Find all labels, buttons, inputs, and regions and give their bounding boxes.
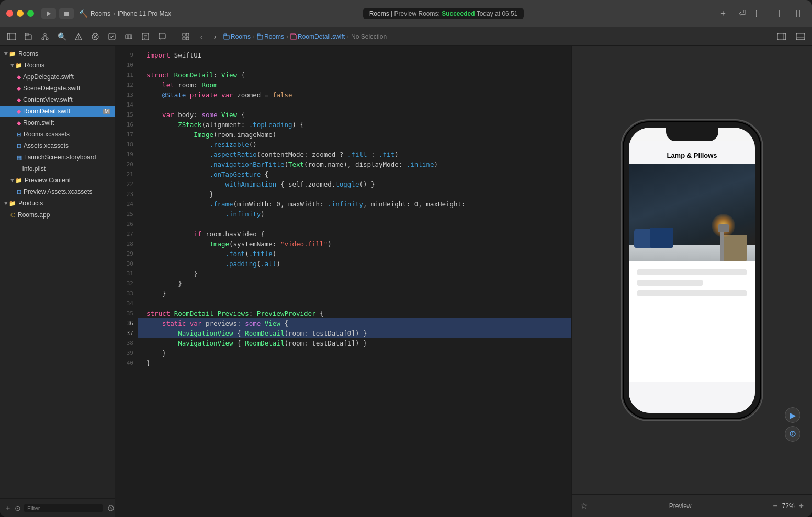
sidebar-item-launchscreen[interactable]: ▦ LaunchScreen.storyboard xyxy=(0,152,115,163)
back-nav-button[interactable]: ‹ xyxy=(195,30,208,43)
source-control[interactable] xyxy=(38,30,52,43)
tab-bar xyxy=(629,382,755,413)
project-badge: 🔨 Rooms › iPhone 11 Pro Max xyxy=(79,9,171,18)
ln-37: 37 xyxy=(115,328,138,338)
svg-point-56 xyxy=(792,432,793,433)
enter-button[interactable]: ⏎ xyxy=(735,6,749,21)
layout-single[interactable] xyxy=(753,6,768,21)
play-button[interactable]: ▶ xyxy=(785,407,800,423)
stop-button[interactable] xyxy=(59,8,74,19)
file-browser[interactable] xyxy=(21,30,36,43)
code-line-21: .onTapGesture { xyxy=(146,169,571,179)
warning-btn[interactable] xyxy=(71,30,86,43)
assets-icon: ⊞ xyxy=(17,189,21,196)
test-btn[interactable] xyxy=(105,30,119,43)
arrow-icon: ▶ xyxy=(10,64,15,67)
sidebar-item-appdelegate[interactable]: ◆ AppDelegate.swift xyxy=(0,71,115,83)
modified-badge: M xyxy=(103,109,110,114)
debug-btn[interactable] xyxy=(138,30,153,43)
sidebar-item-rooms-app[interactable]: ⬡ Rooms.app xyxy=(0,209,115,221)
sidebar-toggle[interactable] xyxy=(4,30,19,43)
ln-9: 9 xyxy=(115,50,138,60)
code-line-29: .font(.title) xyxy=(146,249,571,259)
sidebar-item-preview-assets[interactable]: ⊞ Preview Assets.xcassets xyxy=(0,186,115,198)
forward-nav-button[interactable]: › xyxy=(209,30,221,43)
sidebar-item-contentview[interactable]: ◆ ContentView.swift xyxy=(0,94,115,106)
layout-split[interactable] xyxy=(772,6,787,21)
bc-rooms-2[interactable]: Rooms xyxy=(257,33,284,40)
comment-btn[interactable] xyxy=(155,30,170,43)
bc-sep-3: › xyxy=(347,33,349,40)
sidebar-item-rooms-root[interactable]: ▶ 📁 Rooms xyxy=(0,48,115,60)
svg-rect-5 xyxy=(794,10,803,17)
pillow-2 xyxy=(650,228,673,248)
sidebar-item-roomdetail[interactable]: ◆ RoomDetail.swift M xyxy=(0,106,115,117)
sidebar-item-scenedelegate[interactable]: ◆ SceneDelegate.swift xyxy=(0,83,115,94)
lamp-head xyxy=(718,224,729,232)
sidebar-item-assets-xcassets[interactable]: ⊞ Assets.xcassets xyxy=(0,140,115,152)
grid-view-btn[interactable] xyxy=(178,30,193,43)
preview-area: Lamp & Pillows xyxy=(572,46,812,494)
run-button[interactable] xyxy=(41,8,56,19)
swift-file-icon: ◆ xyxy=(17,120,21,127)
iphone-mockup: Lamp & Pillows xyxy=(623,121,761,419)
ln-10: 10 xyxy=(115,60,138,70)
status-bar: Rooms | Preview Rooms: Succeeded Today a… xyxy=(171,8,716,19)
arrow-icon: ▶ xyxy=(4,202,9,205)
bc-roomdetail[interactable]: RoomDetail.swift xyxy=(290,33,345,40)
code-content[interactable]: 9 10 11 12 13 14 15 16 17 18 19 20 21 22… xyxy=(115,46,571,517)
bc-rooms-1[interactable]: Rooms xyxy=(223,33,251,40)
sidebar-item-label: Rooms.app xyxy=(18,211,50,219)
toolbar-right xyxy=(774,30,808,43)
zoom-button[interactable] xyxy=(27,10,34,17)
code-line-36: static var previews: some View { xyxy=(138,318,571,328)
code-line-35: struct RoomDetail_Previews: PreviewProvi… xyxy=(146,308,571,318)
code-line-23: } xyxy=(146,189,571,199)
main-content: ▶ 📁 Rooms ▶ 📁 Rooms ◆ AppDelegate.swift xyxy=(0,46,812,517)
iphone-notch xyxy=(666,128,718,141)
iphone-screen: Lamp & Pillows xyxy=(629,128,755,413)
content-area xyxy=(629,261,755,382)
svg-rect-39 xyxy=(186,37,189,40)
code-line-40: } xyxy=(146,358,571,368)
debug-area-toggle[interactable] xyxy=(793,30,808,43)
sidebar-item-rooms-xcassets[interactable]: ⊞ Rooms.xcassets xyxy=(0,129,115,140)
sidebar-item-label: AppDelegate.swift xyxy=(23,73,74,81)
arrow-icon: ▶ xyxy=(4,52,9,56)
inspector-toggle[interactable] xyxy=(774,30,789,43)
sidebar-item-preview-content[interactable]: ▶ 📁 Preview Content xyxy=(0,175,115,186)
status-result: Succeeded xyxy=(442,10,475,17)
ln-19: 19 xyxy=(115,150,138,159)
status-pill: Rooms | Preview Rooms: Succeeded Today a… xyxy=(363,8,524,19)
add-button[interactable]: ＋ xyxy=(716,6,730,21)
layout-triple[interactable] xyxy=(791,6,806,21)
sidebar-item-products[interactable]: ▶ 📁 Products xyxy=(0,198,115,209)
nav-bar-title: Lamp & Pillows xyxy=(667,152,717,159)
search-btn[interactable]: 🔍 xyxy=(54,30,69,43)
error-btn[interactable] xyxy=(88,30,103,43)
add-file-button[interactable]: ＋ xyxy=(4,503,12,513)
zoom-out-button[interactable]: − xyxy=(773,501,777,511)
svg-rect-36 xyxy=(183,33,185,36)
code-lines[interactable]: import SwiftUI struct RoomDetail: View {… xyxy=(138,46,571,517)
code-line-11: struct RoomDetail: View { xyxy=(146,70,571,80)
sidebar-item-infoplist[interactable]: ≡ Info.plist xyxy=(0,163,115,175)
close-button[interactable] xyxy=(6,10,13,17)
sidebar-item-room[interactable]: ◆ Room.swift xyxy=(0,117,115,129)
pillow-area xyxy=(634,224,681,250)
placeholder-2 xyxy=(637,280,703,286)
zoom-in-button[interactable]: + xyxy=(799,501,804,511)
recent-files-button[interactable] xyxy=(106,503,115,513)
ln-13: 13 xyxy=(115,90,138,100)
memory-btn[interactable] xyxy=(121,30,136,43)
sidebar-item-rooms-folder[interactable]: ▶ 📁 Rooms xyxy=(0,60,115,71)
filter-icon: ⊙ xyxy=(15,503,21,513)
svg-point-19 xyxy=(78,38,79,39)
code-line-39: } xyxy=(146,348,571,358)
code-line-38: NavigationView { RoomDetail(room: testDa… xyxy=(146,338,571,348)
inspect-button[interactable] xyxy=(785,426,800,442)
minimize-button[interactable] xyxy=(17,10,24,17)
assets-icon: ⊞ xyxy=(17,143,21,150)
filter-input[interactable] xyxy=(24,504,103,512)
star-button[interactable]: ☆ xyxy=(580,501,588,511)
